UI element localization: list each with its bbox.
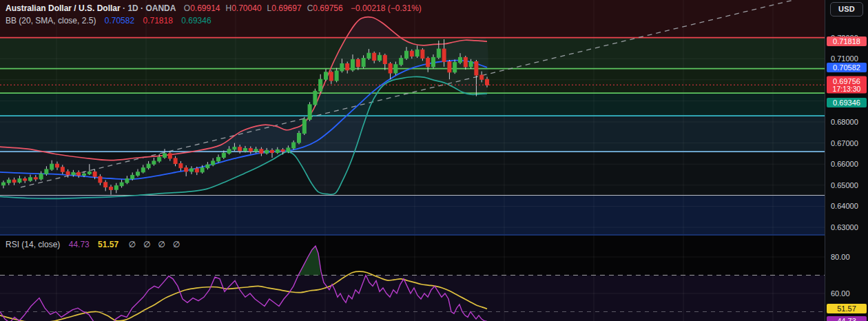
candle-body bbox=[56, 164, 59, 167]
candle-body bbox=[415, 50, 419, 56]
candle-body bbox=[168, 154, 172, 158]
ohlc-value: 0.69756 bbox=[313, 3, 342, 13]
rsi-value: 44.73 bbox=[69, 240, 90, 249]
candle-body bbox=[475, 62, 478, 76]
candle-body bbox=[50, 164, 54, 169]
interval-label[interactable]: 1D bbox=[127, 3, 138, 13]
candle-body bbox=[356, 59, 360, 66]
candle-body bbox=[378, 55, 382, 60]
candle-body bbox=[298, 134, 301, 143]
candle-body bbox=[281, 149, 285, 151]
candle-body bbox=[77, 172, 81, 175]
candle-body bbox=[158, 157, 161, 161]
candle-body bbox=[61, 167, 64, 172]
indicator-price-badge: 0.70582 bbox=[827, 63, 867, 72]
rsi-value-badge: 44.73 bbox=[827, 316, 867, 321]
candle-body bbox=[238, 147, 242, 151]
price-tick-label: 0.64000 bbox=[831, 202, 858, 210]
last-price-badge: 0.6975617:13:30 bbox=[827, 76, 867, 94]
candle-body bbox=[29, 178, 32, 180]
price-pane[interactable] bbox=[0, 0, 825, 235]
candle-body bbox=[276, 149, 279, 152]
candle-body bbox=[394, 65, 397, 73]
candle-body bbox=[23, 179, 27, 180]
candle-body bbox=[12, 180, 16, 182]
price-zone bbox=[0, 195, 825, 235]
candle-body bbox=[426, 59, 430, 67]
candle-body bbox=[200, 168, 204, 172]
candle-body bbox=[104, 183, 107, 187]
candle-body bbox=[346, 64, 349, 70]
candle-body bbox=[45, 169, 48, 174]
candle-body bbox=[324, 72, 328, 79]
rsi-empty-slot: ∅ bbox=[143, 240, 150, 249]
price-tick-label: 0.68000 bbox=[831, 118, 858, 126]
candle-body bbox=[271, 150, 274, 152]
candle-body bbox=[179, 164, 183, 168]
rsi-empty-slot: ∅ bbox=[173, 240, 180, 249]
price-zone bbox=[0, 93, 825, 116]
last-price-time: 17:13:30 bbox=[827, 85, 867, 93]
candle-body bbox=[260, 149, 263, 154]
candle-body bbox=[400, 59, 403, 65]
candle-body bbox=[2, 183, 6, 185]
ohlc-value: 0.69914 bbox=[190, 3, 220, 13]
rsi-tick-label: 60.00 bbox=[831, 289, 850, 298]
price-scale[interactable]: USD 0.720000.710000.700000.690000.680000… bbox=[825, 0, 868, 321]
candle-body bbox=[87, 172, 91, 174]
price-tick-label: 0.66000 bbox=[831, 160, 858, 168]
currency-toggle-button[interactable]: USD bbox=[830, 2, 863, 17]
candle-body bbox=[217, 157, 220, 161]
candle-body bbox=[383, 55, 386, 63]
candle-body bbox=[335, 71, 338, 81]
ohlc-label: O bbox=[184, 3, 190, 13]
candle-body bbox=[244, 149, 247, 151]
candle-body bbox=[163, 154, 167, 158]
rsi-value-badge: 51.57 bbox=[827, 304, 867, 313]
candle-body bbox=[362, 59, 365, 67]
indicator-price-badge: 0.69346 bbox=[827, 98, 867, 107]
candle-body bbox=[373, 53, 376, 60]
candle-body bbox=[287, 148, 290, 152]
exchange-label: OANDA bbox=[145, 3, 176, 13]
candle-body bbox=[432, 57, 435, 67]
candle-body bbox=[486, 79, 489, 85]
candle-body bbox=[114, 186, 118, 190]
candle-body bbox=[448, 62, 451, 72]
candle-body bbox=[93, 172, 96, 177]
candle-body bbox=[459, 57, 462, 62]
symbol-name[interactable]: Australian Dollar / U.S. Dollar bbox=[6, 3, 121, 13]
price-tick-label: 0.65000 bbox=[831, 181, 858, 189]
price-tick-label: 0.63000 bbox=[831, 223, 858, 231]
bb-basis-value: 0.70582 bbox=[105, 16, 134, 25]
candle-body bbox=[254, 149, 258, 152]
candle-body bbox=[389, 64, 392, 74]
ohlc-label: H bbox=[226, 3, 232, 13]
bb-indicator-label[interactable]: BB (20, SMA, close, 2.5) bbox=[6, 16, 96, 25]
candle-body bbox=[367, 53, 371, 58]
candle-body bbox=[125, 179, 129, 183]
candle-body bbox=[351, 59, 355, 70]
candle-body bbox=[141, 168, 145, 172]
indicator-price-badge: 0.71818 bbox=[827, 37, 867, 46]
candle-body bbox=[34, 178, 37, 179]
candle-body bbox=[120, 183, 123, 186]
candle-body bbox=[222, 153, 225, 157]
candle-body bbox=[302, 119, 306, 133]
candle-body bbox=[99, 176, 102, 183]
candle-body bbox=[292, 143, 296, 148]
candle-body bbox=[313, 91, 317, 105]
candle-body bbox=[174, 158, 177, 164]
rsi-indicator-label[interactable]: RSI (14, close) bbox=[6, 240, 60, 249]
price-chart-canvas[interactable] bbox=[0, 0, 825, 235]
candle-body bbox=[340, 64, 344, 71]
rsi-tick-label: 80.00 bbox=[831, 253, 850, 261]
candle-body bbox=[136, 172, 140, 176]
candle-body bbox=[265, 150, 269, 153]
change-value: −0.00218 (−0.31%) bbox=[351, 3, 422, 13]
pane-resize-handle[interactable] bbox=[0, 234, 868, 236]
candle-body bbox=[7, 180, 10, 183]
candle-body bbox=[329, 72, 333, 81]
bb-indicator-row: BB (20, SMA, close, 2.5) 0.70582 0.71818… bbox=[6, 16, 211, 25]
candle-body bbox=[442, 49, 446, 61]
